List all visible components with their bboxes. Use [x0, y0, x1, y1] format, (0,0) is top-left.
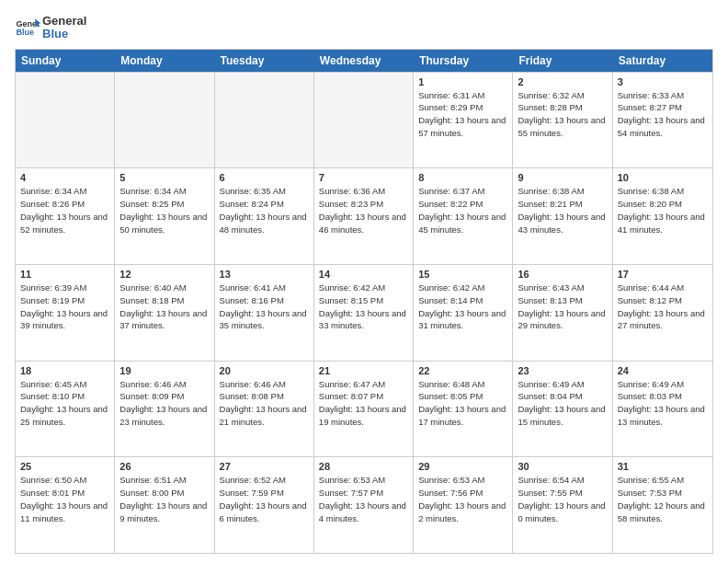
calendar-cell: 8Sunrise: 6:37 AMSunset: 8:22 PMDaylight… [414, 168, 513, 264]
day-info: Sunrise: 6:46 AMSunset: 8:09 PMDaylight:… [119, 378, 209, 429]
calendar-cell: 27Sunrise: 6:52 AMSunset: 7:59 PMDayligh… [215, 457, 314, 553]
day-info: Sunrise: 6:39 AMSunset: 8:19 PMDaylight:… [20, 282, 109, 332]
calendar-cell: 15Sunrise: 6:42 AMSunset: 8:14 PMDayligh… [414, 265, 513, 361]
day-info: Sunrise: 6:41 AMSunset: 8:16 PMDaylight:… [220, 282, 309, 332]
day-info: Sunrise: 6:50 AMSunset: 8:01 PMDaylight:… [20, 474, 109, 524]
day-number: 4 [20, 172, 109, 183]
calendar-week-row: 25Sunrise: 6:50 AMSunset: 8:01 PMDayligh… [16, 456, 712, 553]
day-number: 12 [119, 269, 209, 280]
calendar-cell: 6Sunrise: 6:35 AMSunset: 8:24 PMDaylight… [215, 168, 314, 264]
day-info: Sunrise: 6:47 AMSunset: 8:07 PMDaylight:… [319, 378, 408, 429]
logo: General Blue General Blue [15, 15, 86, 41]
calendar-week-row: 4Sunrise: 6:34 AMSunset: 8:26 PMDaylight… [16, 167, 712, 264]
day-number: 11 [20, 269, 109, 280]
day-info: Sunrise: 6:42 AMSunset: 8:15 PMDaylight:… [319, 282, 408, 332]
day-info: Sunrise: 6:55 AMSunset: 7:53 PMDaylight:… [618, 474, 708, 524]
day-info: Sunrise: 6:43 AMSunset: 8:13 PMDaylight:… [518, 282, 607, 332]
calendar-week-row: 1Sunrise: 6:31 AMSunset: 8:29 PMDaylight… [16, 72, 712, 168]
logo-blue: Blue [42, 28, 86, 40]
day-info: Sunrise: 6:53 AMSunset: 7:57 PMDaylight:… [319, 474, 408, 524]
calendar-cell: 7Sunrise: 6:36 AMSunset: 8:23 PMDaylight… [314, 168, 414, 264]
day-number: 24 [618, 365, 708, 376]
calendar-cell [314, 73, 414, 168]
calendar-cell: 28Sunrise: 6:53 AMSunset: 7:57 PMDayligh… [314, 457, 414, 553]
calendar-cell: 12Sunrise: 6:40 AMSunset: 8:18 PMDayligh… [115, 265, 214, 361]
day-info: Sunrise: 6:44 AMSunset: 8:12 PMDaylight:… [618, 282, 708, 332]
day-info: Sunrise: 6:49 AMSunset: 8:03 PMDaylight:… [618, 378, 708, 429]
day-number: 7 [319, 172, 408, 183]
day-info: Sunrise: 6:38 AMSunset: 8:21 PMDaylight:… [518, 185, 607, 236]
calendar-cell: 19Sunrise: 6:46 AMSunset: 8:09 PMDayligh… [115, 362, 214, 457]
calendar-cell: 22Sunrise: 6:48 AMSunset: 8:05 PMDayligh… [414, 362, 513, 457]
day-number: 8 [418, 172, 507, 183]
calendar-cell: 14Sunrise: 6:42 AMSunset: 8:15 PMDayligh… [314, 265, 414, 361]
day-number: 18 [20, 365, 109, 376]
day-number: 28 [319, 461, 408, 472]
calendar-cell: 9Sunrise: 6:38 AMSunset: 8:21 PMDaylight… [513, 168, 612, 264]
day-number: 26 [119, 461, 209, 472]
logo-icon: General Blue [15, 15, 40, 40]
day-info: Sunrise: 6:48 AMSunset: 8:05 PMDaylight:… [418, 378, 507, 429]
day-info: Sunrise: 6:51 AMSunset: 8:00 PMDaylight:… [119, 474, 209, 524]
day-number: 23 [518, 365, 607, 376]
day-number: 1 [418, 76, 507, 87]
day-info: Sunrise: 6:54 AMSunset: 7:55 PMDaylight:… [518, 474, 607, 524]
calendar-cell: 3Sunrise: 6:33 AMSunset: 8:27 PMDaylight… [613, 73, 712, 168]
day-number: 29 [418, 461, 507, 472]
day-number: 27 [220, 461, 309, 472]
day-info: Sunrise: 6:52 AMSunset: 7:59 PMDaylight:… [220, 474, 309, 524]
day-info: Sunrise: 6:40 AMSunset: 8:18 PMDaylight:… [119, 282, 209, 332]
day-info: Sunrise: 6:49 AMSunset: 8:04 PMDaylight:… [518, 378, 607, 429]
calendar-cell: 4Sunrise: 6:34 AMSunset: 8:26 PMDaylight… [16, 168, 115, 264]
calendar-cell: 1Sunrise: 6:31 AMSunset: 8:29 PMDaylight… [414, 73, 513, 168]
calendar-cell: 11Sunrise: 6:39 AMSunset: 8:19 PMDayligh… [16, 265, 115, 361]
day-number: 5 [119, 172, 209, 183]
calendar-cell: 13Sunrise: 6:41 AMSunset: 8:16 PMDayligh… [215, 265, 314, 361]
day-number: 31 [618, 461, 708, 472]
calendar: SundayMondayTuesdayWednesdayThursdayFrid… [15, 49, 713, 554]
day-of-week-header: Friday [513, 50, 612, 72]
day-of-week-header: Thursday [414, 50, 513, 72]
calendar-cell: 30Sunrise: 6:54 AMSunset: 7:55 PMDayligh… [513, 457, 612, 553]
day-number: 17 [618, 269, 708, 280]
calendar-cell [115, 73, 214, 168]
calendar-cell: 18Sunrise: 6:45 AMSunset: 8:10 PMDayligh… [16, 362, 115, 457]
calendar-header: SundayMondayTuesdayWednesdayThursdayFrid… [16, 50, 712, 72]
calendar-cell: 25Sunrise: 6:50 AMSunset: 8:01 PMDayligh… [16, 457, 115, 553]
day-number: 25 [20, 461, 109, 472]
day-number: 3 [618, 76, 708, 87]
day-info: Sunrise: 6:45 AMSunset: 8:10 PMDaylight:… [20, 378, 109, 429]
calendar-week-row: 18Sunrise: 6:45 AMSunset: 8:10 PMDayligh… [16, 361, 712, 457]
day-number: 21 [319, 365, 408, 376]
calendar-cell: 23Sunrise: 6:49 AMSunset: 8:04 PMDayligh… [513, 362, 612, 457]
day-number: 22 [418, 365, 507, 376]
calendar-cell: 21Sunrise: 6:47 AMSunset: 8:07 PMDayligh… [314, 362, 414, 457]
day-of-week-header: Monday [115, 50, 214, 72]
calendar-body: 1Sunrise: 6:31 AMSunset: 8:29 PMDaylight… [16, 72, 712, 553]
day-info: Sunrise: 6:31 AMSunset: 8:29 PMDaylight:… [418, 89, 507, 140]
day-info: Sunrise: 6:33 AMSunset: 8:27 PMDaylight:… [618, 89, 708, 140]
day-number: 6 [220, 172, 309, 183]
day-of-week-header: Tuesday [215, 50, 314, 72]
calendar-cell: 31Sunrise: 6:55 AMSunset: 7:53 PMDayligh… [613, 457, 712, 553]
day-info: Sunrise: 6:46 AMSunset: 8:08 PMDaylight:… [220, 378, 309, 429]
day-info: Sunrise: 6:32 AMSunset: 8:28 PMDaylight:… [518, 89, 607, 140]
page: General Blue General Blue SundayMondayTu… [0, 0, 728, 563]
day-number: 16 [518, 269, 607, 280]
day-info: Sunrise: 6:34 AMSunset: 8:25 PMDaylight:… [119, 185, 209, 236]
day-of-week-header: Wednesday [314, 50, 414, 72]
logo-general: General [42, 15, 86, 28]
calendar-cell [215, 73, 314, 168]
calendar-week-row: 11Sunrise: 6:39 AMSunset: 8:19 PMDayligh… [16, 264, 712, 361]
day-number: 15 [418, 269, 507, 280]
day-number: 2 [518, 76, 607, 87]
day-number: 14 [319, 269, 408, 280]
day-number: 13 [220, 269, 309, 280]
calendar-cell: 29Sunrise: 6:53 AMSunset: 7:56 PMDayligh… [414, 457, 513, 553]
calendar-cell: 16Sunrise: 6:43 AMSunset: 8:13 PMDayligh… [513, 265, 612, 361]
calendar-cell: 24Sunrise: 6:49 AMSunset: 8:03 PMDayligh… [613, 362, 712, 457]
day-info: Sunrise: 6:42 AMSunset: 8:14 PMDaylight:… [418, 282, 507, 332]
day-of-week-header: Saturday [613, 50, 712, 72]
day-info: Sunrise: 6:38 AMSunset: 8:20 PMDaylight:… [618, 185, 708, 236]
day-info: Sunrise: 6:35 AMSunset: 8:24 PMDaylight:… [220, 185, 309, 236]
